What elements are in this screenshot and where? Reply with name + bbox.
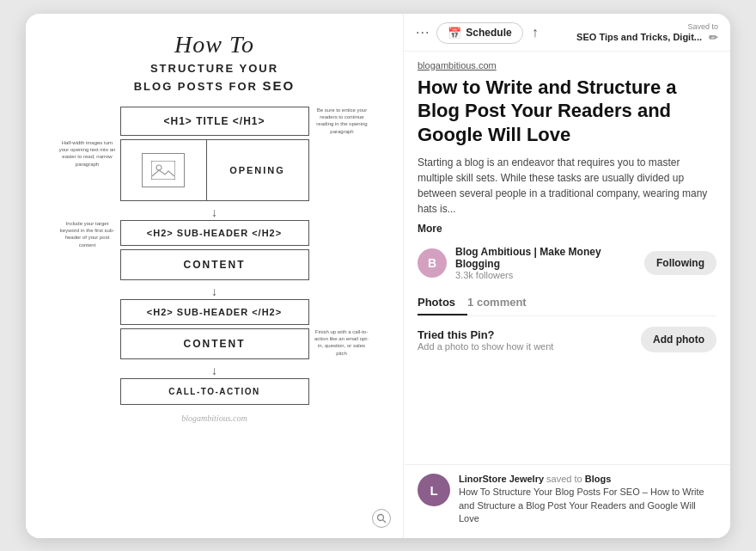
calendar-icon: 📅: [448, 27, 461, 40]
author-followers: 3.3k followers: [455, 270, 636, 280]
author-avatar: B: [418, 248, 447, 278]
svg-point-2: [378, 514, 384, 520]
content-1-box: CONTENT: [120, 249, 309, 280]
sub-header-1-row: <H2> SUB-HEADER </H2> Include your targe…: [120, 220, 309, 246]
pin-title: How to Write and Structure a Blog Post Y…: [418, 76, 716, 147]
bottom-pin-section: L LinorStore Jewelry saved to Blogs How …: [404, 464, 730, 537]
tab-comments[interactable]: 1 comment: [467, 291, 539, 315]
tried-text: Tried this Pin? Add a photo to show how …: [418, 328, 553, 352]
more-options-button[interactable]: ···: [416, 25, 430, 40]
tried-subtitle: Add a photo to show how it went: [418, 341, 553, 352]
main-title: STRUCTURE YOUR BLOG POSTS FOR SEO: [134, 60, 296, 96]
opening-left: [121, 140, 207, 200]
edit-icon[interactable]: ✏: [709, 31, 718, 44]
arrow3: ↓: [211, 364, 217, 377]
cta-row: CALL-TO-ACTION: [120, 378, 309, 405]
saved-section: Saved to SEO Tips and Tricks, Digit... ✏: [576, 22, 718, 44]
cursive-title: How To: [174, 31, 254, 58]
right-content: blogambitious.com How to Write and Struc…: [404, 52, 730, 465]
bottom-pin-title: How To Structure Your Blog Posts For SEO…: [459, 486, 716, 525]
more-link[interactable]: More: [418, 223, 442, 235]
note2: Half-width images turn your opening text…: [58, 139, 117, 168]
watermark: blogambitious.com: [181, 413, 247, 423]
saved-board: SEO Tips and Tricks, Digit...: [576, 32, 702, 42]
sub-header-1-box: <H2> SUB-HEADER </H2>: [120, 220, 309, 246]
cta-box: CALL-TO-ACTION: [120, 378, 309, 405]
search-icon[interactable]: [372, 509, 391, 528]
bottom-saved-by: LinorStore Jewelry saved to Blogs: [459, 474, 716, 484]
diagram: <H1> TITLE </H1> Be sure to entice your …: [46, 107, 382, 408]
arrow1: ↓: [211, 205, 217, 219]
opening-container: OPENING: [120, 139, 309, 201]
content-2-row: CONTENT Finish up with a call-to-action …: [120, 328, 309, 359]
tab-photos[interactable]: Photos: [418, 291, 467, 315]
note3: Include your target keyword in the first…: [58, 220, 117, 249]
source-url[interactable]: blogambitious.com: [418, 60, 716, 70]
content-2-box: CONTENT: [120, 328, 309, 359]
tabs-row: Photos 1 comment: [418, 291, 716, 316]
right-header: ··· 📅 Schedule ↑ Saved to SEO Tips and T…: [404, 14, 730, 52]
author-name: Blog Ambitious | Make Money Blogging: [455, 246, 636, 270]
tried-title: Tried this Pin?: [418, 328, 553, 341]
left-panel: How To STRUCTURE YOUR BLOG POSTS FOR SEO…: [26, 14, 404, 538]
h1-box: <H1> TITLE </H1>: [120, 107, 309, 136]
bottom-avatar: L: [418, 474, 450, 506]
svg-rect-0: [151, 161, 175, 180]
saved-label: Saved to: [576, 22, 718, 31]
arrow2: ↓: [211, 285, 217, 298]
sub-header-2-box: <H2> SUB-HEADER </H2>: [120, 299, 309, 325]
note4: Finish up with a call-to-action like an …: [313, 328, 371, 358]
content-1-row: CONTENT: [120, 249, 309, 280]
author-row: B Blog Ambitious | Make Money Blogging 3…: [418, 246, 716, 280]
upload-button[interactable]: ↑: [532, 25, 539, 40]
h1-row: <H1> TITLE </H1> Be sure to entice your …: [46, 107, 382, 136]
add-photo-button[interactable]: Add photo: [641, 327, 716, 352]
svg-point-1: [156, 165, 162, 170]
note1: Be sure to entice your readers to contin…: [312, 107, 372, 136]
right-panel: ··· 📅 Schedule ↑ Saved to SEO Tips and T…: [404, 14, 730, 538]
pin-description: Starting a blog is an endeavor that requ…: [418, 155, 716, 217]
author-info: Blog Ambitious | Make Money Blogging 3.3…: [455, 246, 636, 280]
svg-line-3: [383, 520, 386, 523]
tried-row: Tried this Pin? Add a photo to show how …: [418, 327, 716, 352]
bottom-info: LinorStore Jewelry saved to Blogs How To…: [459, 474, 716, 525]
sub-header-2-row: <H2> SUB-HEADER </H2>: [120, 299, 309, 325]
schedule-button[interactable]: 📅 Schedule: [436, 22, 522, 44]
image-placeholder: [142, 153, 185, 187]
follow-button[interactable]: Following: [644, 251, 716, 275]
opening-label: OPENING: [207, 140, 308, 200]
opening-section: OPENING Half-width images turn your open…: [120, 139, 309, 201]
